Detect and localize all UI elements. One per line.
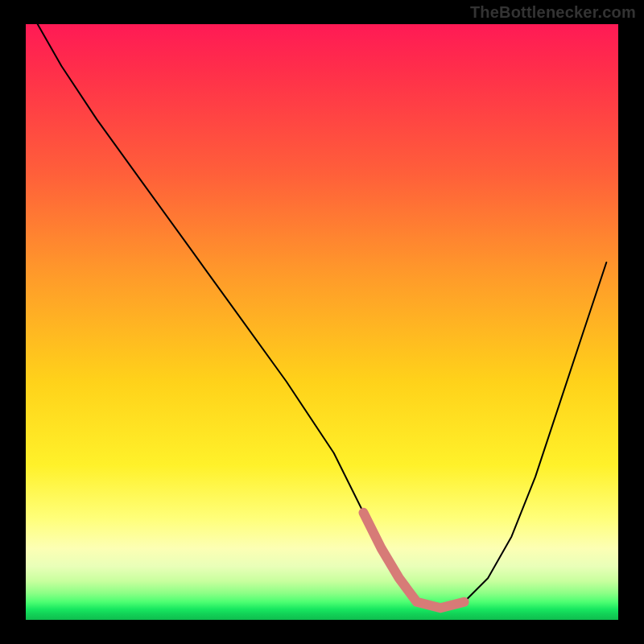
chart-overlay (26, 24, 618, 620)
bottleneck-curve (38, 24, 607, 608)
plot-area (26, 24, 618, 620)
chart-stage: TheBottlenecker.com (0, 0, 644, 644)
watermark-label: TheBottlenecker.com (470, 3, 636, 22)
optimal-range-highlight (364, 513, 464, 608)
